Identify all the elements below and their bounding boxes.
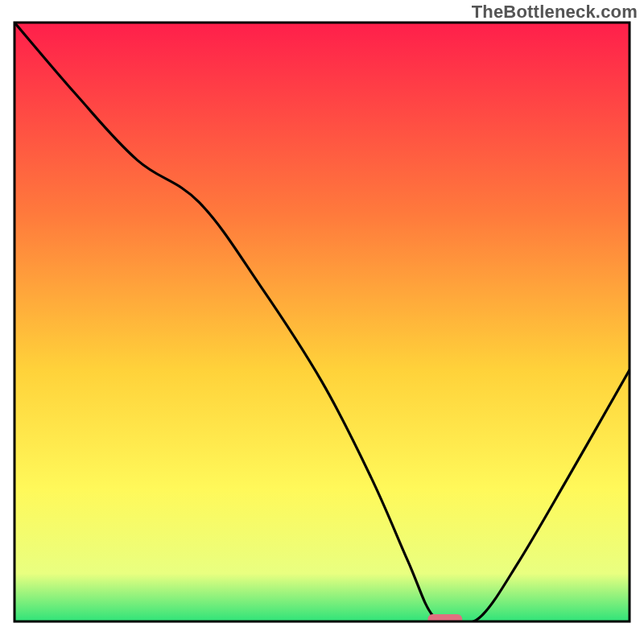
bottleneck-curve-chart — [0, 0, 644, 644]
optimal-point-marker — [427, 614, 462, 625]
watermark-text: TheBottleneck.com — [472, 2, 638, 23]
